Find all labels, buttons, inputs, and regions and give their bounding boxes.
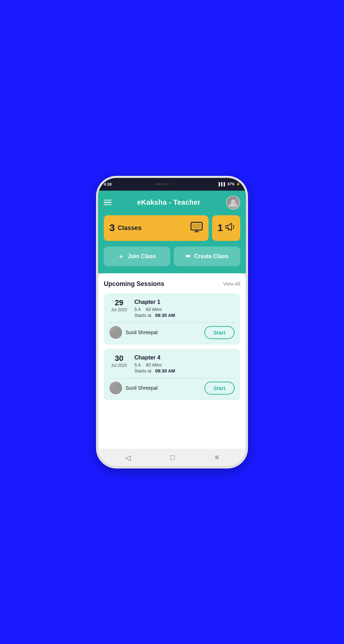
phone-shell: 4:38 ▌▌▌ 67% ⚡ eKaksha - Teacher [98,178,246,466]
section-title: Upcoming Sessions [104,280,164,288]
session-name-1: Chapter 1 [134,299,235,305]
teacher-avatar-2 [109,382,122,394]
session-name-2: Chapter 4 [134,355,235,361]
teacher-name-1: Sunil Shreepal [126,330,158,335]
menu-button[interactable] [104,200,112,205]
classes-count: 3 [109,222,115,234]
teacher-info-2: Sunil Shreepal [109,382,158,394]
session-card-2: 30 Jul 2020 Chapter 4 5 A 60 Mins Starts… [104,349,240,400]
create-class-button[interactable]: ✏ Create Class [174,247,240,266]
bottom-nav-bar: ◁ □ ≡ [98,449,246,466]
session-day-1: 29 [109,299,129,307]
app-title: eKaksha - Teacher [137,198,200,206]
hamburger-line-3 [104,204,112,205]
session-info-1: Chapter 1 5 A 60 Mins Starts at 09:30 AM [134,299,235,318]
session-card-1: 29 Jul 2020 Chapter 1 5 A 60 Mins Starts… [104,293,240,345]
session-time-row-1: Starts at 09:30 AM [134,313,235,318]
speaker [155,183,169,185]
avatar-image [227,196,240,209]
megaphone-icon [225,222,235,234]
classes-label: Classes [118,224,142,232]
hamburger-line-2 [104,202,112,203]
session-date-2: 30 Jul 2020 [109,355,129,368]
status-indicators: ▌▌▌ 67% ⚡ [219,182,240,186]
session-month-1: Jul 2020 [109,307,129,312]
svg-point-7 [113,384,118,389]
teacher-name-2: Sunil Shreepal [126,385,158,391]
session-divider-1 [109,322,235,323]
status-time: 4:38 [104,182,112,186]
actions-row: ＋ Join Class ✏ Create Class [98,247,246,273]
session-time-row-2: Starts at 09:30 AM [134,368,235,374]
front-camera [172,183,175,186]
profile-avatar[interactable] [226,196,240,210]
session-meta-1: 5 A 60 Mins [134,307,235,312]
join-class-button[interactable]: ＋ Join Class [104,247,170,266]
session-info-2: Chapter 4 5 A 60 Mins Starts at 09:30 AM [134,355,235,374]
announcements-count: 1 [217,222,223,234]
recents-nav-button[interactable]: ≡ [215,453,219,461]
app-header: eKaksha - Teacher [98,191,246,215]
session-top-1: 29 Jul 2020 Chapter 1 5 A 60 Mins Starts… [109,299,235,318]
session-date-1: 29 Jul 2020 [109,299,129,312]
session-month-2: Jul 2020 [109,363,129,368]
session-time-2: 09:30 AM [155,368,175,374]
signal-icon: ▌▌▌ [219,182,226,186]
plus-icon: ＋ [118,252,124,261]
svg-rect-5 [192,224,201,229]
session-duration-2: 60 Mins [146,362,162,368]
session-day-2: 30 [109,355,129,362]
back-nav-button[interactable]: ◁ [125,453,130,462]
session-bottom-2: Sunil Shreepal Start [109,382,235,395]
classes-stat-card[interactable]: 3 Classes [104,215,209,241]
session-divider-2 [109,378,235,378]
session-time-1: 09:30 AM [155,313,175,318]
status-bar: 4:38 ▌▌▌ 67% ⚡ [98,178,246,191]
section-header: Upcoming Sessions View All [104,280,240,288]
teacher-info-1: Sunil Shreepal [109,326,158,339]
starts-at-label-1: Starts at [134,313,151,318]
notch [147,180,183,188]
hamburger-line-1 [104,200,112,201]
session-class-2: 5 A [134,362,141,368]
join-class-label: Join Class [128,253,156,260]
announcements-stat-card[interactable]: 1 [212,215,240,241]
session-duration-1: 60 Mins [146,307,162,312]
svg-point-6 [113,328,118,333]
app-screen: eKaksha - Teacher 3 Classes [98,191,246,466]
pencil-icon: ✏ [186,253,191,260]
start-session-button-1[interactable]: Start [204,326,235,339]
starts-at-label-2: Starts at [134,368,151,374]
session-class-1: 5 A [134,307,141,312]
stats-row: 3 Classes 1 [98,215,246,247]
session-top-2: 30 Jul 2020 Chapter 4 5 A 60 Mins Starts… [109,355,235,374]
create-class-label: Create Class [195,253,229,260]
battery-icon: 67% [228,182,235,186]
battery-lightning: ⚡ [236,182,240,186]
teacher-avatar-1 [109,326,122,339]
monitor-icon [190,222,203,235]
view-all-link[interactable]: View All [223,281,240,287]
start-session-button-2[interactable]: Start [204,382,235,395]
session-meta-2: 5 A 60 Mins [134,362,235,368]
session-bottom-1: Sunil Shreepal Start [109,326,235,339]
main-content: Upcoming Sessions View All 29 Jul 2020 C… [98,273,246,449]
home-nav-button[interactable]: □ [171,453,175,461]
